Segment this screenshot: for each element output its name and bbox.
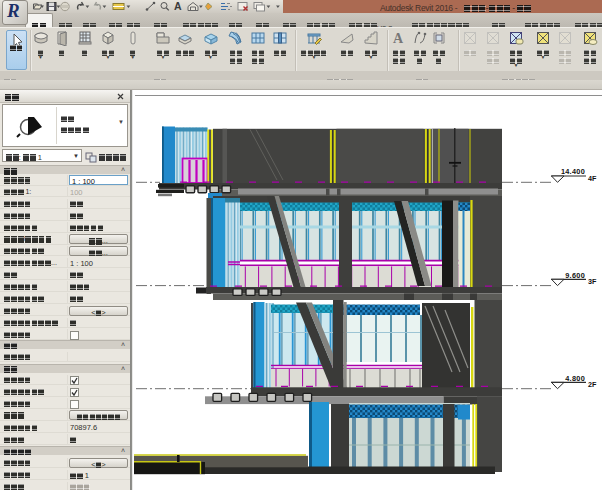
svg-text:2F: 2F [588, 380, 597, 389]
svg-text:4F: 4F [588, 174, 597, 183]
svg-text:A: A [393, 31, 404, 46]
svg-text:4.800: 4.800 [565, 374, 585, 383]
svg-text:3F: 3F [588, 277, 597, 286]
svg-text:14.400: 14.400 [561, 167, 585, 176]
svg-text:A: A [174, 0, 182, 12]
svg-text:9.600: 9.600 [565, 271, 585, 280]
